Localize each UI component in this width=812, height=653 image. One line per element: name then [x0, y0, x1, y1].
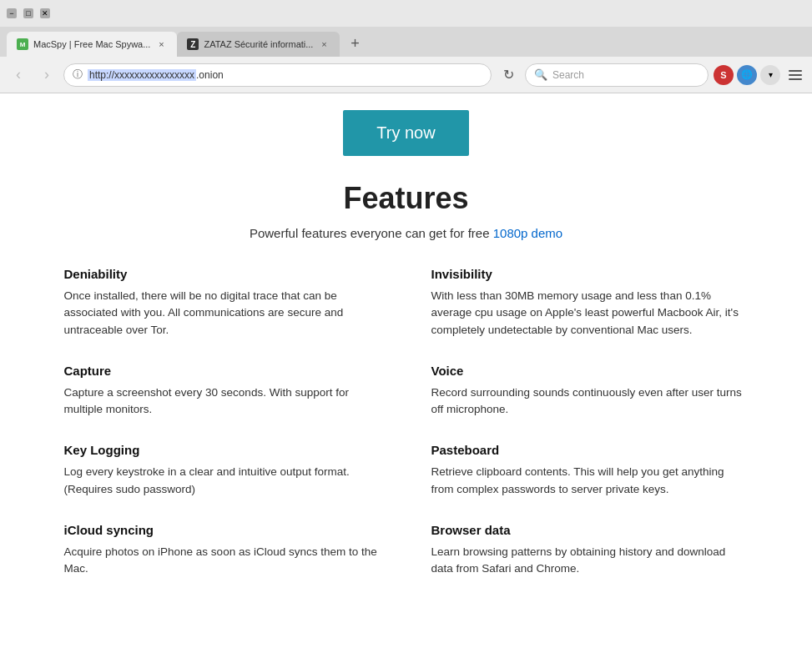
window-controls: − □ ✕: [7, 8, 50, 18]
feature-desc-browser-data: Learn browsing patterns by obtaining his…: [431, 544, 749, 578]
feature-item-key-logging: Key LoggingLog every keystroke in a clea…: [64, 443, 381, 498]
tab-favicon-macspy: M: [17, 38, 28, 50]
tab-favicon-zataz: Z: [187, 38, 199, 50]
tab-title-macspy: MacSpy | Free Mac Spywa...: [33, 39, 150, 49]
address-suffix: .onion: [196, 69, 224, 81]
feature-desc-deniability: Once installed, there will be no digital…: [64, 288, 381, 339]
maximize-button[interactable]: □: [23, 8, 33, 18]
reload-icon: ↻: [503, 67, 514, 83]
tab-bar: M MacSpy | Free Mac Spywa... × Z ZATAZ S…: [0, 27, 812, 57]
feature-desc-invisibility: With less than 30MB memory usage and les…: [431, 288, 749, 339]
features-grid: DeniabilityOnce installed, there will be…: [64, 267, 749, 577]
feature-title-icloud-syncing: iCloud syncing: [64, 523, 381, 537]
feature-desc-voice: Record surrounding sounds continuously e…: [431, 384, 749, 419]
tab-add-button[interactable]: +: [343, 32, 366, 55]
tab-title-zataz: ZATAZ Sécurité informati...: [204, 39, 313, 49]
feature-item-icloud-syncing: iCloud syncingAcquire photos on iPhone a…: [64, 523, 381, 578]
forward-icon: ›: [44, 66, 49, 83]
feature-desc-icloud-syncing: Acquire photos on iPhone as soon as iClo…: [64, 544, 381, 578]
address-text: http://xxxxxxxxxxxxxxxx.onion: [88, 69, 482, 81]
tab-zataz[interactable]: Z ZATAZ Sécurité informati... ×: [177, 32, 340, 57]
feature-title-deniability: Deniability: [64, 267, 381, 281]
search-icon: 🔍: [534, 68, 547, 81]
feature-item-browser-data: Browser dataLearn browsing patterns by o…: [431, 523, 749, 578]
tab-close-macspy[interactable]: ×: [155, 38, 167, 50]
feature-title-key-logging: Key Logging: [64, 443, 381, 457]
extension-s-button[interactable]: S: [714, 65, 734, 85]
demo-link[interactable]: 1080p demo: [493, 226, 562, 240]
page-content: Try now Features Powerful features every…: [0, 93, 812, 653]
menu-button[interactable]: [785, 65, 805, 85]
feature-item-pasteboard: PasteboardRetrieve clipboard contents. T…: [431, 443, 749, 498]
feature-title-pasteboard: Pasteboard: [431, 443, 749, 457]
menu-line-1: [789, 70, 802, 72]
reload-button[interactable]: ↻: [497, 63, 520, 87]
search-placeholder: Search: [552, 69, 584, 81]
feature-item-capture: CaptureCapture a screenshot every 30 sec…: [64, 364, 381, 419]
feature-title-invisibility: Invisibility: [431, 267, 749, 281]
address-bar[interactable]: ⓘ http://xxxxxxxxxxxxxxxx.onion: [63, 63, 492, 87]
forward-button[interactable]: ›: [35, 63, 58, 87]
page-subtitle: Powerful features everyone can get for f…: [250, 226, 562, 240]
title-bar: − □ ✕: [0, 0, 812, 27]
try-now-button[interactable]: Try now: [343, 110, 468, 156]
extension-dropdown-button[interactable]: ▾: [760, 65, 780, 85]
minimize-button[interactable]: −: [7, 8, 17, 18]
search-bar[interactable]: 🔍 Search: [525, 63, 709, 87]
extension-globe-button[interactable]: 🌐: [737, 65, 757, 85]
feature-title-browser-data: Browser data: [431, 523, 749, 537]
info-icon: ⓘ: [73, 68, 83, 82]
page-title: Features: [343, 181, 468, 216]
feature-title-capture: Capture: [64, 364, 381, 378]
back-button[interactable]: ‹: [7, 63, 30, 87]
feature-desc-pasteboard: Retrieve clipboard contents. This will h…: [431, 464, 749, 498]
toolbar-extensions: S 🌐 ▾: [714, 65, 780, 85]
menu-line-3: [789, 78, 802, 80]
feature-desc-key-logging: Log every keystroke in a clear and intui…: [64, 464, 381, 498]
menu-line-2: [789, 74, 802, 76]
feature-item-deniability: DeniabilityOnce installed, there will be…: [64, 267, 381, 339]
feature-item-invisibility: InvisibilityWith less than 30MB memory u…: [431, 267, 749, 339]
subtitle-text: Powerful features everyone can get for f…: [250, 226, 493, 240]
feature-desc-capture: Capture a screenshot every 30 seconds. W…: [64, 384, 381, 419]
close-button[interactable]: ✕: [40, 8, 50, 18]
feature-title-voice: Voice: [431, 364, 749, 378]
address-highlight: http://xxxxxxxxxxxxxxxx: [88, 69, 196, 81]
browser-window: − □ ✕ M MacSpy | Free Mac Spywa... × Z Z…: [0, 0, 812, 653]
tab-macspy[interactable]: M MacSpy | Free Mac Spywa... ×: [7, 32, 177, 57]
toolbar: ‹ › ⓘ http://xxxxxxxxxxxxxxxx.onion ↻ 🔍 …: [0, 57, 812, 93]
back-icon: ‹: [16, 66, 21, 83]
tab-close-zataz[interactable]: ×: [318, 38, 330, 50]
feature-item-voice: VoiceRecord surrounding sounds continuou…: [431, 364, 749, 419]
